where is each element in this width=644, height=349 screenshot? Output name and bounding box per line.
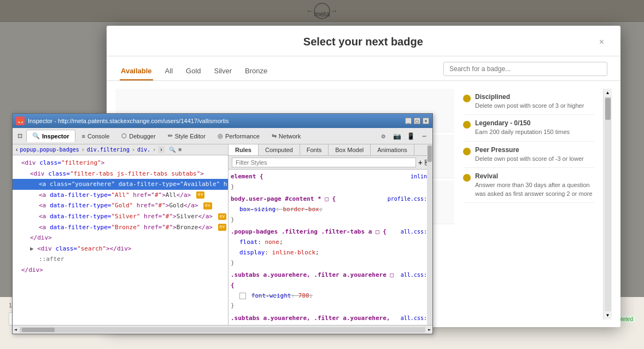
minimize-button[interactable]: _ <box>405 118 412 124</box>
css-rule-popup-close: } <box>231 258 430 269</box>
css-content: element { inline } body.user-page #conte… <box>229 170 432 325</box>
css-tab-rules[interactable]: Rules <box>229 144 259 155</box>
right-badges-panel: Disciplined Delete own post with score o… <box>463 89 594 319</box>
tab-silver[interactable]: Silver <box>213 62 233 80</box>
html-line-available-selected[interactable]: <a class="youarehere" data-filter-type="… <box>13 179 228 190</box>
css-selector-body: body.user-page #content * □ { <box>231 194 336 205</box>
devtools-tab-console[interactable]: ≡ Console <box>77 131 115 142</box>
settings-icon[interactable]: ⚙ <box>377 130 389 142</box>
css-rule-subtabs-hover: .subtabs a.youarehere, .filter a.youareh… <box>231 313 430 325</box>
css-add-rule-button[interactable]: + <box>418 158 423 167</box>
devtools-tab-style-editor[interactable]: ✏ Style Editor <box>162 130 211 142</box>
scrollbar-track[interactable] <box>605 97 611 311</box>
css-tab-fonts[interactable]: Fonts <box>300 144 329 155</box>
tab-all[interactable]: All <box>164 62 174 80</box>
css-tab-computed[interactable]: Computed <box>259 144 300 155</box>
badge-desc-peer-pressure: Delete own post with score of -3 or lowe… <box>475 155 584 163</box>
devtools-tab-inspector[interactable]: 🔍 Inspector <box>26 130 75 142</box>
screenshot-icon[interactable]: 📷 <box>391 130 403 142</box>
devtools-toolbar: ⊡ 🔍 Inspector ≡ Console ⬡ Debugger ✏ Sty… <box>13 128 432 144</box>
css-panel-scrollbar[interactable] <box>427 144 432 325</box>
badge-name-peer-pressure: Peer Pressure <box>475 146 584 154</box>
inspector-pointer-button[interactable]: ⊡ <box>15 131 25 141</box>
badge-info-revival: Revival Answer more than 30 days after a… <box>475 172 594 198</box>
badge-search-input[interactable] <box>443 62 607 76</box>
network-tab-label: Network <box>279 133 301 139</box>
modal-tabs: Available All Gold Silver Bronze <box>107 56 620 81</box>
css-tabs: Rules Computed Fonts Box Model Animation… <box>229 144 432 156</box>
style-editor-icon: ✏ <box>168 132 173 139</box>
modal-header: Select your next badge × <box>107 26 620 56</box>
css-filter-bar: + ⎘ <box>229 156 432 170</box>
breadcrumb-back-button[interactable]: ‹ <box>16 147 17 153</box>
modal-close-button[interactable]: × <box>596 36 607 48</box>
modal-scrollbar[interactable]: ▲ ▼ <box>603 89 612 319</box>
badge-desc-legendary: Earn 200 daily reputation 150 times <box>475 128 570 136</box>
html-line-all[interactable]: <a data-filter-type="All" href="#">All</… <box>13 190 228 201</box>
badge-icon-revival <box>463 174 471 182</box>
css-panel: Rules Computed Fonts Box Model Animation… <box>229 144 432 325</box>
css-checkbox-font-weight[interactable] <box>239 293 246 299</box>
css-tab-box-model[interactable]: Box Model <box>329 144 371 155</box>
scrollbar-up-arrow[interactable]: ▲ <box>604 89 612 97</box>
html-more-button[interactable]: ≡ <box>179 147 182 153</box>
badge-disciplined: Disciplined Delete own post with score o… <box>463 89 594 115</box>
event-badge-all[interactable]: ev <box>196 191 205 199</box>
breadcrumb-div-filtering[interactable]: div.filtering <box>87 147 130 153</box>
html-line-after[interactable]: ::after <box>13 254 228 265</box>
breadcrumb-div[interactable]: div. <box>137 147 150 153</box>
badge-name-legendary: Legendary - 0/150 <box>475 119 570 127</box>
badge-desc-revival: Answer more than 30 days after a questio… <box>475 181 594 198</box>
h-scroll-right[interactable]: ► <box>426 327 432 332</box>
tab-bronze[interactable]: Bronze <box>244 62 268 80</box>
html-line-outer-close[interactable]: </div> <box>13 265 228 276</box>
css-tab-animations[interactable]: Animations <box>371 144 414 155</box>
scrollbar-thumb[interactable] <box>605 98 611 120</box>
style-editor-tab-label: Style Editor <box>175 133 206 139</box>
h-scroll-left[interactable]: ◄ <box>13 327 19 332</box>
event-badge-gold[interactable]: ev <box>203 202 212 210</box>
devtools-titlebar: 🦊 Inspector - http://meta.patents.stacke… <box>13 114 432 128</box>
breadcrumb-more-button[interactable]: › <box>158 146 164 153</box>
html-search-button[interactable]: 🔍 <box>169 147 175 153</box>
css-selector-subtabs1: .subtabs a.youarehere, .filter a.youareh… <box>231 270 401 290</box>
css-selector-subtabs2: .subtabs a.youarehere, .filter a.youareh… <box>231 313 390 324</box>
breadcrumb-popup[interactable]: popup.popup-badges <box>20 147 79 153</box>
html-line-filter-tabs[interactable]: <div class="filter-tabs js-filter-tabs s… <box>13 168 228 179</box>
event-badge-bronze[interactable]: ev <box>218 224 227 231</box>
css-source-body[interactable]: profile.css:1 <box>388 194 430 205</box>
css-filter-input[interactable] <box>232 158 416 167</box>
css-scrollbar-thumb[interactable] <box>428 146 432 162</box>
devtools-tab-performance[interactable]: ◎ Performance <box>212 130 265 142</box>
badge-legendary: Legendary - 0/150 Earn 200 daily reputat… <box>463 115 594 141</box>
html-line-gold[interactable]: <a data-filter-type="Gold" href="#">Gold… <box>13 200 228 211</box>
html-line-div-close[interactable]: </div> <box>13 232 228 243</box>
css-rule-body-close: } <box>231 215 430 225</box>
firefox-icon: 🦊 <box>16 117 25 125</box>
devtools-tab-network[interactable]: ⇋ Network <box>266 130 306 142</box>
h-scrollbar-track[interactable] <box>20 327 425 333</box>
responsive-icon[interactable]: 📱 <box>405 130 417 142</box>
close-window-button[interactable]: × <box>423 118 429 124</box>
html-line-silver[interactable]: <a data-filter-type="Silver" href="#">Si… <box>13 211 228 222</box>
tab-gold[interactable]: Gold <box>185 62 202 80</box>
maximize-button[interactable]: □ <box>414 118 420 124</box>
more-tools-icon[interactable]: ⋯ <box>418 130 430 142</box>
devtools-tab-debugger[interactable]: ⬡ Debugger <box>116 130 161 142</box>
html-panel: ‹ popup.popup-badges › div.filtering › d… <box>13 144 229 325</box>
devtools-footer-scrollbar: ◄ ► <box>13 325 432 334</box>
css-source-subtabs1[interactable]: all.css:1 <box>401 270 430 290</box>
scrollbar-down-arrow[interactable]: ▼ <box>604 311 612 319</box>
badge-icon-disciplined <box>463 95 471 102</box>
breadcrumb-sep1: › <box>81 147 85 153</box>
tab-available[interactable]: Available <box>120 62 153 80</box>
css-rule-body-user-page: body.user-page #content * □ { profile.cs… <box>231 194 430 225</box>
css-source-subtabs2[interactable]: all.css:1 <box>401 313 430 324</box>
html-line-filtering-open[interactable]: <div class="filtering"> <box>13 158 228 168</box>
h-scrollbar-thumb[interactable] <box>22 328 55 332</box>
html-line-bronze[interactable]: <a data-filter-type="Bronze" href="#">Br… <box>13 222 228 233</box>
event-badge-silver[interactable]: ev <box>218 213 227 220</box>
html-line-search[interactable]: ▶ <div class="search"></div> <box>13 243 228 254</box>
css-source-popup[interactable]: all.css:1 <box>401 227 430 237</box>
badge-icon-peer-pressure <box>463 148 471 155</box>
